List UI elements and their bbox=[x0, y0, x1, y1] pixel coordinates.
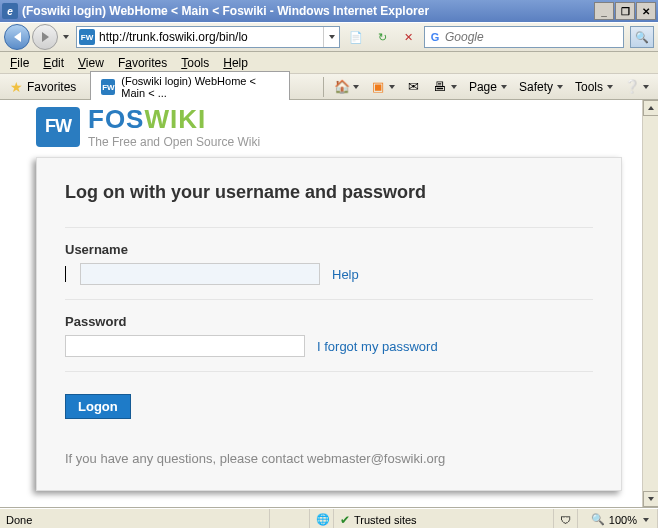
login-heading: Log on with your username and password bbox=[65, 182, 593, 203]
address-bar[interactable]: FW bbox=[76, 26, 340, 48]
logo-badge: FW bbox=[36, 107, 80, 147]
scroll-up-button[interactable] bbox=[643, 100, 658, 116]
menu-tools[interactable]: Tools bbox=[175, 54, 215, 72]
menu-help-label: elp bbox=[232, 56, 248, 70]
url-dropdown[interactable] bbox=[323, 27, 339, 47]
home-button[interactable]: 🏠 bbox=[330, 78, 364, 96]
menu-file-label: ile bbox=[17, 56, 29, 70]
text-cursor bbox=[65, 266, 66, 282]
username-help-link[interactable]: Help bbox=[332, 267, 359, 282]
nav-history-dropdown[interactable] bbox=[60, 25, 72, 49]
status-done: Done bbox=[0, 509, 270, 528]
tools-menu[interactable]: Tools bbox=[570, 80, 618, 94]
forgot-password-link[interactable]: I forgot my password bbox=[317, 339, 438, 354]
command-bar: ★ Favorites FW (Foswiki login) WebHome <… bbox=[0, 74, 658, 100]
window-title: (Foswiki login) WebHome < Main < Foswiki… bbox=[22, 4, 594, 18]
scroll-down-button[interactable] bbox=[643, 491, 658, 507]
status-zone: ✔ Trusted sites bbox=[334, 509, 554, 528]
protected-mode[interactable]: 🛡 bbox=[554, 509, 578, 528]
logo-name: FOSWIKI bbox=[88, 104, 260, 135]
help-icon: ❔ bbox=[623, 78, 641, 96]
mail-button[interactable]: ✉ bbox=[402, 78, 426, 96]
magnifier-icon: 🔍 bbox=[635, 31, 649, 44]
username-label: Username bbox=[65, 242, 593, 257]
compat-view-icon[interactable]: 📄 bbox=[345, 26, 367, 48]
zoom-value: 100% bbox=[609, 514, 637, 526]
ie-icon: e bbox=[2, 3, 18, 19]
close-button[interactable]: ✕ bbox=[636, 2, 656, 20]
menu-help[interactable]: Help bbox=[217, 54, 254, 72]
logo-tagline: The Free and Open Source Wiki bbox=[88, 135, 260, 149]
status-bar: Done 🌐 ✔ Trusted sites 🛡 🔍 100% bbox=[0, 508, 658, 528]
search-bar[interactable]: G bbox=[424, 26, 624, 48]
menu-favorites[interactable]: Favorites bbox=[112, 54, 173, 72]
safety-menu[interactable]: Safety bbox=[514, 80, 568, 94]
zoom-control[interactable]: 🔍 100% bbox=[578, 509, 658, 528]
scroll-track[interactable] bbox=[643, 116, 658, 491]
refresh-button[interactable]: ↻ bbox=[371, 26, 393, 48]
forward-button[interactable] bbox=[32, 24, 58, 50]
menu-favorites-label: vorites bbox=[132, 56, 167, 70]
page-menu[interactable]: Page bbox=[464, 80, 512, 94]
back-button[interactable] bbox=[4, 24, 30, 50]
favorites-button[interactable]: ★ Favorites bbox=[4, 77, 82, 97]
star-icon: ★ bbox=[10, 79, 23, 95]
arrow-left-icon bbox=[14, 32, 21, 42]
feeds-button[interactable]: ▣ bbox=[366, 78, 400, 96]
status-zone-label: Trusted sites bbox=[354, 514, 417, 526]
tab-favicon: FW bbox=[101, 79, 115, 95]
login-form: Log on with your username and password U… bbox=[36, 157, 622, 491]
favorites-label: Favorites bbox=[27, 80, 76, 94]
site-favicon: FW bbox=[79, 29, 95, 45]
minimize-button[interactable]: _ bbox=[594, 2, 614, 20]
menu-tools-label: ools bbox=[187, 56, 209, 70]
page-content: FW FOSWIKI The Free and Open Source Wiki… bbox=[0, 100, 658, 508]
username-input[interactable] bbox=[80, 263, 320, 285]
status-progress bbox=[270, 509, 310, 528]
menu-view-label: iew bbox=[86, 56, 104, 70]
password-input[interactable] bbox=[65, 335, 305, 357]
print-icon: 🖶 bbox=[431, 78, 449, 96]
maximize-button[interactable]: ❐ bbox=[615, 2, 635, 20]
home-icon: 🏠 bbox=[333, 78, 351, 96]
password-label: Password bbox=[65, 314, 593, 329]
zoom-icon: 🔍 bbox=[591, 513, 605, 526]
site-logo[interactable]: FW FOSWIKI The Free and Open Source Wiki bbox=[36, 100, 622, 157]
google-icon: G bbox=[427, 29, 443, 45]
menu-edit-label: dit bbox=[51, 56, 64, 70]
menu-view[interactable]: View bbox=[72, 54, 110, 72]
status-globe: 🌐 bbox=[310, 509, 334, 528]
search-input[interactable] bbox=[445, 30, 623, 44]
arrow-right-icon bbox=[42, 32, 49, 42]
menu-file[interactable]: File bbox=[4, 54, 35, 72]
navigation-bar: FW 📄 ↻ ✕ G 🔍 bbox=[0, 22, 658, 52]
print-button[interactable]: 🖶 bbox=[428, 78, 462, 96]
menu-edit[interactable]: Edit bbox=[37, 54, 70, 72]
browser-tab[interactable]: FW (Foswiki login) WebHome < Main < ... bbox=[90, 71, 290, 102]
stop-button[interactable]: ✕ bbox=[397, 26, 419, 48]
check-icon: ✔ bbox=[340, 513, 350, 527]
vertical-scrollbar[interactable] bbox=[642, 100, 658, 507]
url-input[interactable] bbox=[97, 30, 323, 44]
logon-button[interactable]: Logon bbox=[65, 394, 131, 419]
mail-icon: ✉ bbox=[405, 78, 423, 96]
search-button[interactable]: 🔍 bbox=[630, 26, 654, 48]
tab-label: (Foswiki login) WebHome < Main < ... bbox=[121, 75, 281, 99]
login-footer: If you have any questions, please contac… bbox=[65, 451, 593, 466]
rss-icon: ▣ bbox=[369, 78, 387, 96]
help-button[interactable]: ❔ bbox=[620, 78, 654, 96]
window-titlebar: e (Foswiki login) WebHome < Main < Foswi… bbox=[0, 0, 658, 22]
